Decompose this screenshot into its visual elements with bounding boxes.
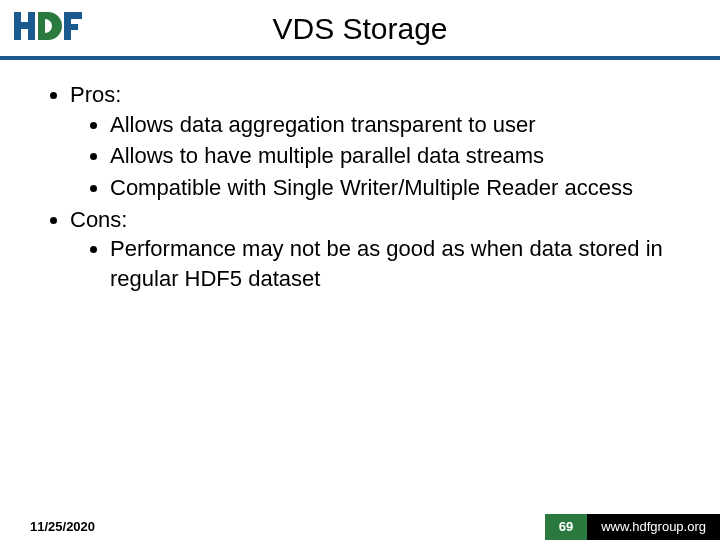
list-item: Performance may not be as good as when d… <box>110 234 680 293</box>
slide-title: VDS Storage <box>0 0 720 46</box>
sub-list: Allows data aggregation transparent to u… <box>70 110 680 203</box>
footer-url: www.hdfgroup.org <box>587 514 720 540</box>
slide-header: VDS Storage <box>0 0 720 60</box>
list-item: Allows to have multiple parallel data st… <box>110 141 680 171</box>
list-item-label: Pros: <box>70 82 121 107</box>
footer-spacer <box>105 514 545 540</box>
svg-rect-5 <box>64 12 82 19</box>
svg-rect-2 <box>14 22 35 29</box>
footer-date: 11/25/2020 <box>0 514 105 540</box>
list-item: Compatible with Single Writer/Multiple R… <box>110 173 680 203</box>
list-item: Pros: Allows data aggregation transparen… <box>70 80 680 203</box>
list-item: Cons: Performance may not be as good as … <box>70 205 680 294</box>
footer-page-number: 69 <box>545 514 587 540</box>
list-item: Allows data aggregation transparent to u… <box>110 110 680 140</box>
bullet-list: Pros: Allows data aggregation transparen… <box>40 80 680 294</box>
list-item-label: Cons: <box>70 207 127 232</box>
svg-rect-6 <box>64 24 78 30</box>
sub-list: Performance may not be as good as when d… <box>70 234 680 293</box>
slide-body: Pros: Allows data aggregation transparen… <box>0 60 720 294</box>
slide-footer: 11/25/2020 69 www.hdfgroup.org <box>0 514 720 540</box>
hdf-logo-icon <box>14 10 84 46</box>
